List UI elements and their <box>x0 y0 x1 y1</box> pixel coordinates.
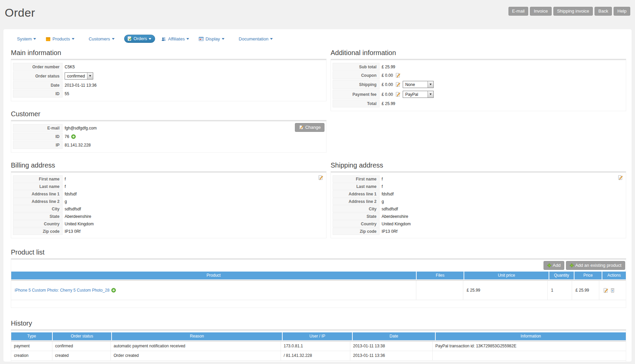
chevron-down-icon <box>33 38 36 40</box>
chevron-down-icon <box>112 38 115 40</box>
chevron-down-icon <box>149 38 151 40</box>
history-panel: Type Order status Reason User / IP Date … <box>11 329 626 362</box>
main-nav: System Products Customers Orders Affilia… <box>11 33 626 46</box>
column-product: Product <box>11 272 416 279</box>
order-date-row: Date 2013-01-11 13:36 <box>13 81 324 89</box>
product-row: iPhone 5 Custom Photo: Cherry 5 Custom P… <box>11 281 626 300</box>
edit-billing-address-icon[interactable] <box>318 175 323 180</box>
shipping-address-line-2: g <box>380 198 624 205</box>
shipping-address-heading: Shipping address <box>331 161 626 169</box>
plus-icon <box>570 263 574 267</box>
edit-shipping-icon[interactable] <box>395 82 401 87</box>
history-reason: automatic payment notification received <box>111 342 281 351</box>
billing-address-line-2: g <box>63 198 324 205</box>
shipping-zip-code: IP13 0Rf <box>380 228 624 235</box>
order-id-row: ID 55 <box>13 90 324 98</box>
history-information: PayPal transaction id: 13K729853G255982E <box>432 342 626 351</box>
billing-zip-code: IP13 0Rf <box>63 228 324 235</box>
history-type: creation <box>11 351 52 361</box>
orders-doc-icon <box>127 36 132 41</box>
order-status-select[interactable]: confirmed <box>65 72 93 80</box>
chevron-down-icon <box>222 38 224 40</box>
coupon-value: £ 0.00 <box>382 73 393 78</box>
history-row: payment confirmed automatic payment noti… <box>11 342 626 351</box>
customer-email-value: fgh@sdfgdfg.com <box>63 124 324 132</box>
shipping-row: Shipping £ 0.00 None <box>333 80 624 89</box>
header-buttons: E-mail Invoice Shipping invoice Back Hel… <box>508 7 630 16</box>
products-box-icon <box>46 36 51 41</box>
shipping-invoice-button[interactable]: Shipping invoice <box>553 7 593 16</box>
back-button[interactable]: Back <box>595 7 612 16</box>
column-price: Price <box>574 272 602 279</box>
edit-shipping-address-icon[interactable] <box>617 175 623 180</box>
nav-item-documentation[interactable]: Documentation <box>239 36 273 41</box>
chevron-down-icon <box>186 38 189 40</box>
help-button[interactable]: Help <box>614 7 630 16</box>
billing-state: Aberdeenshire <box>63 213 324 220</box>
order-number-row: Order number C5K5 <box>13 63 324 71</box>
billing-address-heading: Billing address <box>11 161 327 169</box>
column-user-ip: User / IP <box>283 332 352 340</box>
shipping-country: United Kingdom <box>380 220 624 227</box>
order-id-value: 55 <box>63 90 324 98</box>
go-to-product-icon[interactable] <box>111 288 116 293</box>
billing-first-name: f <box>63 175 324 183</box>
billing-last-name: f <box>63 183 324 190</box>
shipping-city: sdfsdfsdf <box>380 205 624 212</box>
select-arrow-icon <box>428 91 433 98</box>
nav-item-display[interactable]: Display <box>199 36 224 41</box>
nav-item-customers[interactable]: Customers <box>89 36 115 41</box>
edit-product-icon[interactable] <box>603 288 608 293</box>
column-actions: Actions <box>602 272 626 279</box>
main-information-panel: Order number C5K5 Order status confirmed… <box>11 59 327 101</box>
edit-coupon-icon[interactable] <box>395 72 401 78</box>
billing-address-line-1: fdsfsdf <box>63 190 324 197</box>
history-table-header: Type Order status Reason User / IP Date … <box>11 332 626 340</box>
customer-id-value: 76 <box>65 134 69 139</box>
payment-fee-row: Payment fee £ 0.00 PayPal <box>333 90 624 99</box>
plus-icon <box>547 263 551 267</box>
customer-email-row: E-mail fgh@sdfgdfg.com <box>13 124 324 132</box>
column-reason: Reason <box>112 332 282 340</box>
payment-fee-value: £ 0.00 <box>382 92 393 97</box>
change-customer-button[interactable]: Change <box>295 123 324 132</box>
column-date: Date <box>353 332 435 340</box>
column-type: Type <box>11 332 52 340</box>
billing-city: sdfsdfsdf <box>63 205 324 212</box>
product-files-cell <box>416 281 463 300</box>
shipping-address-panel: First namef Last namef Address line 1fds… <box>331 171 626 238</box>
total-row: Total £ 25.99 <box>333 100 624 107</box>
add-existing-product-button[interactable]: Add an existing product <box>566 261 625 270</box>
product-link[interactable]: iPhone 5 Custom Photo: Cherry 5 Custom P… <box>15 288 110 293</box>
payment-method-select[interactable]: PayPal <box>403 91 434 98</box>
nav-item-orders[interactable]: Orders <box>124 35 155 43</box>
history-order-status: created <box>52 351 111 361</box>
select-arrow-icon <box>87 73 93 79</box>
order-status-row: Order status confirmed <box>13 71 324 81</box>
product-quantity-cell: 1 <box>547 281 572 300</box>
shipping-first-name: f <box>380 175 624 183</box>
edit-payment-fee-icon[interactable] <box>395 91 401 97</box>
go-to-customer-icon[interactable] <box>71 134 76 139</box>
product-price-cell: £ 25.99 <box>572 281 599 300</box>
total-value: £ 25.99 <box>380 100 624 107</box>
nav-item-products[interactable]: Products <box>46 36 74 41</box>
add-product-button[interactable]: Add <box>544 261 564 270</box>
product-unit-price-cell: £ 25.99 <box>463 281 547 300</box>
email-button[interactable]: E-mail <box>508 7 529 16</box>
empty-space <box>11 300 626 308</box>
additional-information-heading: Additional information <box>331 49 626 57</box>
display-window-icon <box>199 36 204 41</box>
delete-product-icon[interactable] <box>610 288 615 293</box>
page-title: Order <box>5 6 35 19</box>
chevron-down-icon <box>72 38 74 40</box>
column-files: Files <box>417 272 464 279</box>
invoice-button[interactable]: Invoice <box>530 7 551 16</box>
column-quantity: Quantity <box>549 272 574 279</box>
shipping-method-select[interactable]: None <box>403 81 434 88</box>
select-arrow-icon <box>428 81 433 88</box>
nav-item-system[interactable]: System <box>17 36 36 41</box>
sub-total-value: £ 25.99 <box>380 63 624 71</box>
nav-item-affiliates[interactable]: Affiliates <box>161 36 189 41</box>
customer-panel: Change E-mail fgh@sdfgdfg.com ID 76 IP 8… <box>11 120 327 153</box>
